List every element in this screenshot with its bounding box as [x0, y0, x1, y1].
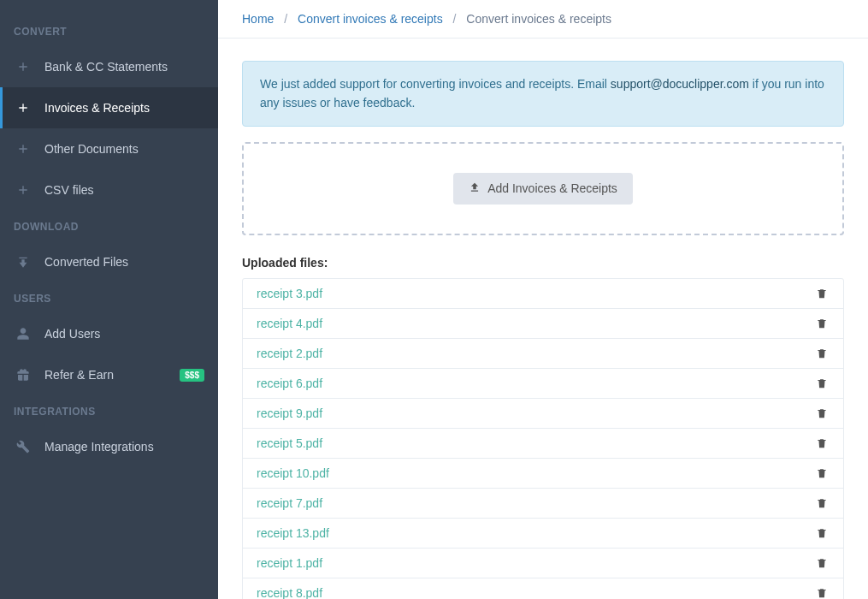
trash-icon	[816, 406, 828, 420]
delete-file-button[interactable]	[814, 345, 830, 362]
file-name[interactable]: receipt 1.pdf	[257, 556, 322, 570]
sidebar-item-label: Other Documents	[44, 142, 139, 156]
plus-icon	[14, 98, 32, 117]
sidebar-section-header: INTEGRATIONS	[0, 395, 218, 426]
file-row: receipt 6.pdf	[243, 369, 843, 399]
file-name[interactable]: receipt 3.pdf	[257, 287, 322, 300]
sidebar-item-bank-cc-statements[interactable]: Bank & CC Statements	[0, 46, 218, 87]
trash-icon	[816, 317, 828, 330]
file-name[interactable]: receipt 6.pdf	[257, 377, 322, 390]
upload-dropzone[interactable]: Add Invoices & Receipts	[242, 142, 844, 235]
delete-file-button[interactable]	[814, 315, 830, 332]
delete-file-button[interactable]	[814, 495, 830, 512]
sidebar-item-label: Invoices & Receipts	[44, 101, 150, 115]
file-name[interactable]: receipt 10.pdf	[257, 466, 329, 480]
plus-icon	[14, 57, 32, 76]
uploaded-files-list: receipt 3.pdfreceipt 4.pdfreceipt 2.pdfr…	[242, 278, 844, 599]
sidebar-item-converted-files[interactable]: Converted Files	[0, 241, 218, 282]
uploaded-files-header: Uploaded files:	[242, 256, 844, 270]
sidebar-item-label: CSV files	[44, 183, 94, 197]
file-name[interactable]: receipt 2.pdf	[257, 347, 322, 360]
sidebar-item-label: Bank & CC Statements	[44, 60, 168, 74]
plus-icon	[14, 181, 32, 199]
sidebar: CONVERTBank & CC StatementsInvoices & Re…	[0, 0, 218, 599]
file-row: receipt 13.pdf	[243, 519, 843, 549]
file-row: receipt 8.pdf	[243, 578, 843, 599]
file-row: receipt 2.pdf	[243, 339, 843, 369]
trash-icon	[816, 287, 828, 300]
sidebar-item-label: Add Users	[44, 327, 100, 341]
trash-icon	[816, 377, 828, 390]
breadcrumbs: Home / Convert invoices & receipts / Con…	[218, 0, 868, 39]
alert-text: We just added support for converting inv…	[260, 77, 611, 91]
sidebar-item-manage-integrations[interactable]: Manage Integrations	[0, 426, 218, 467]
trash-icon	[816, 496, 828, 510]
delete-file-button[interactable]	[814, 584, 830, 599]
delete-file-button[interactable]	[814, 285, 830, 302]
file-name[interactable]: receipt 5.pdf	[257, 436, 322, 450]
sidebar-item-csv-files[interactable]: CSV files	[0, 169, 218, 211]
breadcrumb-mid[interactable]: Convert invoices & receipts	[298, 12, 443, 26]
file-row: receipt 5.pdf	[243, 429, 843, 459]
sidebar-item-label: Converted Files	[44, 255, 128, 269]
file-row: receipt 9.pdf	[243, 399, 843, 429]
file-name[interactable]: receipt 9.pdf	[257, 406, 322, 420]
delete-file-button[interactable]	[814, 525, 830, 542]
wrench-icon	[14, 437, 32, 456]
sidebar-section-header: DOWNLOAD	[0, 211, 218, 241]
file-name[interactable]: receipt 13.pdf	[257, 526, 329, 540]
trash-icon	[816, 526, 828, 540]
add-invoices-label: Add Invoices & Receipts	[487, 181, 617, 195]
breadcrumb-separator: /	[284, 12, 287, 26]
file-row: receipt 10.pdf	[243, 459, 843, 489]
delete-file-button[interactable]	[814, 435, 830, 452]
file-row: receipt 7.pdf	[243, 489, 843, 519]
trash-icon	[816, 436, 828, 450]
file-row: receipt 4.pdf	[243, 309, 843, 339]
breadcrumb-current: Convert invoices & receipts	[466, 12, 611, 26]
trash-icon	[816, 586, 828, 599]
file-row: receipt 3.pdf	[243, 279, 843, 309]
sidebar-section-header: USERS	[0, 282, 218, 313]
file-name[interactable]: receipt 4.pdf	[257, 317, 322, 330]
breadcrumb-separator: /	[453, 12, 457, 26]
info-alert: We just added support for converting inv…	[242, 61, 844, 127]
delete-file-button[interactable]	[814, 465, 830, 482]
gift-icon	[14, 365, 32, 384]
sidebar-section-header: CONVERT	[0, 15, 218, 46]
support-email-link[interactable]: support@docuclipper.com	[611, 77, 749, 91]
trash-icon	[816, 466, 828, 480]
sidebar-item-refer-earn[interactable]: Refer & Earn$$$	[0, 354, 218, 395]
money-badge: $$$	[180, 369, 204, 382]
main-content: Home / Convert invoices & receipts / Con…	[218, 0, 868, 599]
breadcrumb-home[interactable]: Home	[242, 12, 274, 26]
delete-file-button[interactable]	[814, 375, 830, 392]
download-icon	[14, 252, 32, 271]
add-invoices-button[interactable]: Add Invoices & Receipts	[453, 173, 633, 205]
trash-icon	[816, 556, 828, 570]
user-icon	[14, 324, 32, 343]
trash-icon	[816, 347, 828, 360]
sidebar-item-label: Manage Integrations	[44, 440, 154, 454]
file-name[interactable]: receipt 7.pdf	[257, 496, 322, 510]
delete-file-button[interactable]	[814, 555, 830, 572]
sidebar-item-other-documents[interactable]: Other Documents	[0, 128, 218, 169]
sidebar-item-invoices-receipts[interactable]: Invoices & Receipts	[0, 87, 218, 128]
upload-icon	[469, 181, 481, 196]
plus-icon	[14, 139, 32, 158]
file-name[interactable]: receipt 8.pdf	[257, 586, 322, 599]
delete-file-button[interactable]	[814, 405, 830, 422]
file-row: receipt 1.pdf	[243, 549, 843, 578]
sidebar-item-label: Refer & Earn	[44, 368, 114, 382]
sidebar-item-add-users[interactable]: Add Users	[0, 313, 218, 354]
